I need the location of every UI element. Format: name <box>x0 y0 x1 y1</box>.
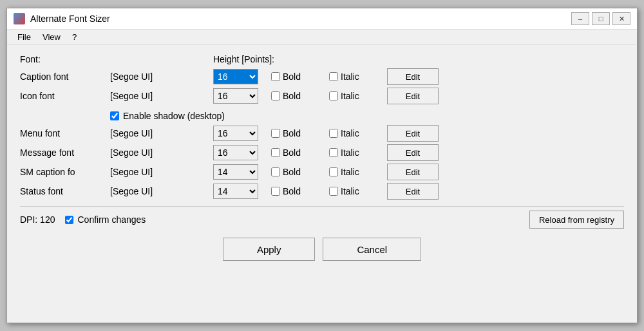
bottom-left: DPI: 120 Confirm changes <box>20 214 146 225</box>
font-label-1: Icon font <box>20 91 110 101</box>
height-col-header: Height [Points]: <box>213 54 329 64</box>
menu-view[interactable]: View <box>37 31 66 43</box>
italic-label-5: Italic <box>341 186 359 196</box>
bold-check-0[interactable] <box>271 72 280 81</box>
bold-check-4[interactable] <box>271 167 280 176</box>
bold-label-4: Bold <box>283 167 301 177</box>
size-select-4[interactable]: 14 12 10 <box>213 164 258 180</box>
font-name-4: [Segoe UI] <box>110 167 213 177</box>
font-label-0: Caption font <box>20 71 110 82</box>
font-name-0: [Segoe UI] <box>110 71 213 82</box>
bold-check-2[interactable] <box>271 129 280 138</box>
action-row: Apply Cancel <box>20 238 624 261</box>
edit-button-5[interactable]: Edit <box>387 183 439 200</box>
font-name-3: [Segoe UI] <box>110 147 213 158</box>
italic-check-3[interactable] <box>329 148 338 157</box>
italic-label-0: Italic <box>341 71 359 82</box>
bold-check-3[interactable] <box>271 148 280 157</box>
bold-group-5: Bold <box>271 186 329 196</box>
italic-label-4: Italic <box>341 167 359 177</box>
table-row: Caption font [Segoe UI] 16 14 12 10 Bold… <box>20 68 624 85</box>
font-name-5: [Segoe UI] <box>110 186 213 196</box>
italic-group-3: Italic <box>329 147 387 158</box>
italic-label-2: Italic <box>341 128 359 138</box>
italic-check-2[interactable] <box>329 129 338 138</box>
edit-button-0[interactable]: Edit <box>387 68 439 85</box>
italic-group-5: Italic <box>329 186 387 196</box>
size-select-0[interactable]: 16 14 12 10 <box>213 69 258 84</box>
edit-button-4[interactable]: Edit <box>387 164 439 180</box>
italic-group-1: Italic <box>329 91 387 101</box>
reload-button[interactable]: Reload from registry <box>529 211 624 229</box>
apply-button[interactable]: Apply <box>223 238 316 261</box>
confirm-group: Confirm changes <box>65 214 146 225</box>
bold-group-3: Bold <box>271 147 329 158</box>
size-select-2[interactable]: 16 14 12 <box>213 126 258 141</box>
bold-group-0: Bold <box>271 71 329 82</box>
bold-label-2: Bold <box>283 128 301 138</box>
bold-check-5[interactable] <box>271 187 280 196</box>
italic-group-0: Italic <box>329 71 387 82</box>
main-content: Font: Height [Points]: Caption font [Seg… <box>7 45 637 271</box>
close-button[interactable]: ✕ <box>612 12 630 25</box>
italic-group-4: Italic <box>329 167 387 177</box>
bold-group-2: Bold <box>271 128 329 138</box>
menu-bar: File View ? <box>7 30 637 45</box>
bold-group-1: Bold <box>271 91 329 101</box>
font-col-header: Font: <box>20 54 110 64</box>
font-label-2: Menu font <box>20 128 110 138</box>
table-row: Icon font [Segoe UI] 16 14 12 Bold Itali… <box>20 88 624 104</box>
font-label-5: Status font <box>20 186 110 196</box>
bold-label-1: Bold <box>283 91 301 101</box>
confirm-label: Confirm changes <box>77 214 146 225</box>
font-label-4: SM caption fo <box>20 167 110 177</box>
bottom-row: DPI: 120 Confirm changes Reload from reg… <box>20 206 624 229</box>
app-window: Alternate Font Sizer – □ ✕ File View ? F… <box>6 8 638 323</box>
confirm-check[interactable] <box>65 216 73 224</box>
bold-label-0: Bold <box>283 71 301 82</box>
bold-label-5: Bold <box>283 186 301 196</box>
app-icon <box>14 13 25 24</box>
italic-check-1[interactable] <box>329 91 338 100</box>
italic-label-1: Italic <box>341 91 359 101</box>
column-headers: Font: Height [Points]: <box>20 54 624 64</box>
window-controls: – □ ✕ <box>571 12 630 25</box>
size-select-3[interactable]: 16 14 12 <box>213 145 258 160</box>
italic-check-0[interactable] <box>329 72 338 81</box>
menu-file[interactable]: File <box>12 31 36 43</box>
italic-check-5[interactable] <box>329 187 338 196</box>
font-label-3: Message font <box>20 147 110 158</box>
dpi-label: DPI: 120 <box>20 214 55 225</box>
shadow-row: Enable shadow (desktop) <box>20 107 624 125</box>
table-row: Status font [Segoe UI] 14 12 10 Bold Ita… <box>20 183 624 200</box>
window-title: Alternate Font Sizer <box>30 14 571 24</box>
bold-group-4: Bold <box>271 167 329 177</box>
bold-label-3: Bold <box>283 147 301 158</box>
edit-button-3[interactable]: Edit <box>387 144 439 161</box>
minimize-button[interactable]: – <box>571 12 589 25</box>
size-select-1[interactable]: 16 14 12 <box>213 88 258 104</box>
maximize-button[interactable]: □ <box>592 12 610 25</box>
shadow-check[interactable] <box>110 111 119 120</box>
menu-help[interactable]: ? <box>67 31 82 43</box>
table-row: SM caption fo [Segoe UI] 14 12 10 Bold I… <box>20 164 624 180</box>
italic-check-4[interactable] <box>329 167 338 176</box>
size-select-5[interactable]: 14 12 10 <box>213 184 258 199</box>
font-name-2: [Segoe UI] <box>110 128 213 138</box>
title-bar: Alternate Font Sizer – □ ✕ <box>7 8 637 30</box>
italic-label-3: Italic <box>341 147 359 158</box>
shadow-label: Enable shadow (desktop) <box>123 111 225 121</box>
edit-button-1[interactable]: Edit <box>387 88 439 104</box>
table-row: Menu font [Segoe UI] 16 14 12 Bold Itali… <box>20 125 624 142</box>
table-row: Message font [Segoe UI] 16 14 12 Bold It… <box>20 144 624 161</box>
bold-check-1[interactable] <box>271 91 280 100</box>
italic-group-2: Italic <box>329 128 387 138</box>
font-name-1: [Segoe UI] <box>110 91 213 101</box>
edit-button-2[interactable]: Edit <box>387 125 439 142</box>
cancel-button[interactable]: Cancel <box>323 238 421 261</box>
